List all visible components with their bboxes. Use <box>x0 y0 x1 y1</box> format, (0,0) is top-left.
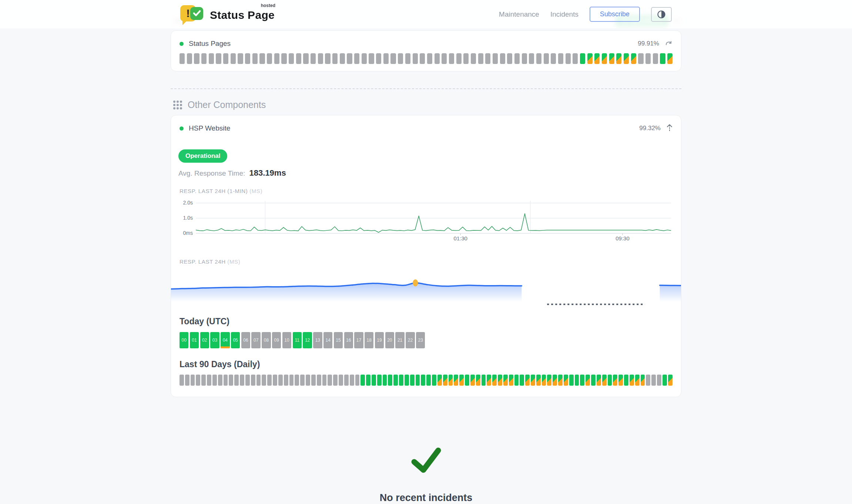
uptime-bar[interactable] <box>645 53 651 64</box>
uptime-bar[interactable] <box>630 375 634 386</box>
uptime-bar[interactable] <box>509 375 513 386</box>
uptime-bar[interactable] <box>525 375 530 386</box>
hour-block[interactable]: 19 <box>375 332 384 348</box>
uptime-bar[interactable] <box>251 375 255 386</box>
uptime-bar[interactable] <box>558 375 563 386</box>
uptime-bar[interactable] <box>332 53 338 64</box>
uptime-bar[interactable] <box>641 375 645 386</box>
hour-block[interactable]: 16 <box>344 332 353 348</box>
uptime-bar[interactable] <box>587 53 593 64</box>
uptime-bar[interactable] <box>498 375 502 386</box>
uptime-bar[interactable] <box>668 375 672 386</box>
uptime-bar[interactable] <box>366 375 370 386</box>
uptime-bar[interactable] <box>377 375 382 386</box>
uptime-bar[interactable] <box>369 53 374 64</box>
hour-block[interactable]: 01 <box>190 332 199 348</box>
uptime-bar[interactable] <box>663 375 667 386</box>
uptime-bar[interactable] <box>503 375 508 386</box>
hour-block[interactable]: 02 <box>200 332 209 348</box>
uptime-bar[interactable] <box>492 375 497 386</box>
uptime-bar[interactable] <box>281 53 286 64</box>
uptime-bar[interactable] <box>624 375 628 386</box>
uptime-bar[interactable] <box>194 53 199 64</box>
uptime-bar[interactable] <box>300 375 305 386</box>
uptime-bar[interactable] <box>238 53 243 64</box>
uptime-bar[interactable] <box>289 53 294 64</box>
uptime-bar[interactable] <box>278 375 283 386</box>
uptime-bar[interactable] <box>542 375 546 386</box>
uptime-bar[interactable] <box>393 375 398 386</box>
uptime-bar[interactable] <box>531 375 535 386</box>
uptime-bar[interactable] <box>218 375 222 386</box>
uptime-bar[interactable] <box>597 375 601 386</box>
uptime-bar[interactable] <box>303 53 308 64</box>
uptime-bar[interactable] <box>586 375 590 386</box>
hour-block[interactable]: 20 <box>385 332 394 348</box>
hour-block[interactable]: 05 <box>231 332 240 348</box>
uptime-bar[interactable] <box>416 375 420 386</box>
uptime-bar[interactable] <box>618 375 623 386</box>
uptime-bar[interactable] <box>427 53 432 64</box>
theme-toggle-button[interactable] <box>651 7 672 22</box>
uptime-bar[interactable] <box>624 53 629 64</box>
uptime-bar[interactable] <box>245 53 250 64</box>
uptime-bar[interactable] <box>594 53 600 64</box>
uptime-bar[interactable] <box>437 375 442 386</box>
uptime-bar[interactable] <box>426 375 431 386</box>
uptime-bar[interactable] <box>608 375 612 386</box>
uptime-bar[interactable] <box>328 375 332 386</box>
uptime-bar[interactable] <box>388 375 392 386</box>
uptime-bar[interactable] <box>317 375 321 386</box>
uptime-bar[interactable] <box>635 375 640 386</box>
uptime-bar[interactable] <box>325 53 330 64</box>
uptime-bar[interactable] <box>410 375 415 386</box>
uptime-bar[interactable] <box>454 375 458 386</box>
uptime-bar[interactable] <box>536 53 541 64</box>
uptime-bar[interactable] <box>522 53 527 64</box>
uptime-bar[interactable] <box>435 53 440 64</box>
hour-block[interactable]: 15 <box>334 332 343 348</box>
hour-block[interactable]: 21 <box>395 332 404 348</box>
uptime-bar[interactable] <box>201 375 206 386</box>
subscribe-button[interactable]: Subscribe <box>590 7 640 22</box>
nav-incidents[interactable]: Incidents <box>550 10 578 18</box>
uptime-bar[interactable] <box>459 375 464 386</box>
refresh-icon[interactable] <box>665 40 672 47</box>
uptime-bar[interactable] <box>482 375 486 386</box>
uptime-bar[interactable] <box>536 375 541 386</box>
uptime-bar[interactable] <box>553 375 557 386</box>
uptime-bar[interactable] <box>657 375 661 386</box>
uptime-bar[interactable] <box>347 53 352 64</box>
uptime-bar[interactable] <box>229 375 233 386</box>
uptime-bar[interactable] <box>564 375 568 386</box>
uptime-bar[interactable] <box>500 53 505 64</box>
uptime-bar[interactable] <box>613 375 617 386</box>
uptime-bar[interactable] <box>311 375 316 386</box>
uptime-bar[interactable] <box>383 53 389 64</box>
hour-block[interactable]: 14 <box>323 332 332 348</box>
uptime-bar[interactable] <box>514 53 520 64</box>
uptime-bar[interactable] <box>355 375 360 386</box>
hour-block[interactable]: 10 <box>282 332 291 348</box>
uptime-bar[interactable] <box>456 53 462 64</box>
uptime-bar[interactable] <box>420 53 425 64</box>
uptime-bar[interactable] <box>478 53 483 64</box>
uptime-bar[interactable] <box>653 53 658 64</box>
uptime-bar[interactable] <box>262 375 266 386</box>
uptime-bar[interactable] <box>339 375 343 386</box>
hour-block[interactable]: 17 <box>354 332 363 348</box>
uptime-bar[interactable] <box>340 53 345 64</box>
uptime-bar[interactable] <box>638 53 643 64</box>
uptime-bar[interactable] <box>185 375 189 386</box>
uptime-bar[interactable] <box>196 375 200 386</box>
uptime-bar[interactable] <box>350 375 354 386</box>
uptime-bar[interactable] <box>295 375 299 386</box>
uptime-bar[interactable] <box>646 375 650 386</box>
uptime-bar[interactable] <box>602 53 607 64</box>
uptime-bar[interactable] <box>485 53 490 64</box>
uptime-bar[interactable] <box>191 375 195 386</box>
uptime-bar[interactable] <box>259 53 265 64</box>
uptime-bar[interactable] <box>223 53 228 64</box>
uptime-bar[interactable] <box>580 53 585 64</box>
uptime-bar[interactable] <box>187 53 192 64</box>
